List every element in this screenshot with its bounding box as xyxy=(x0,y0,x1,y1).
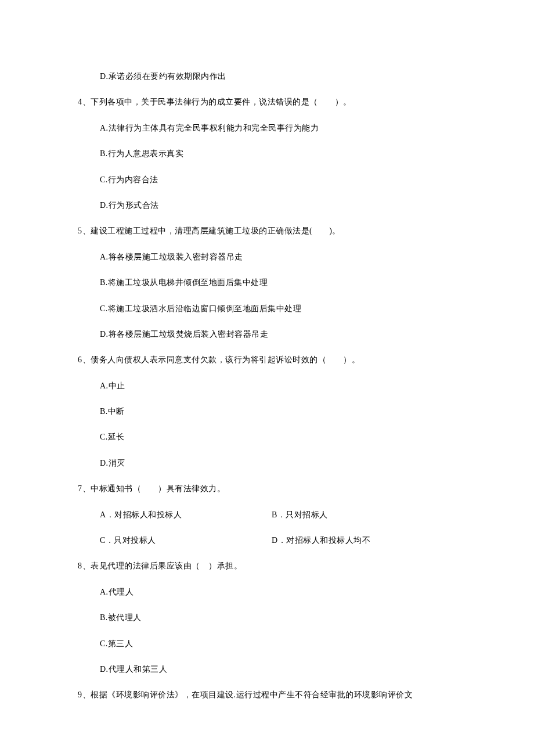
q5-stem: 5、建设工程施工过程中，清理高层建筑施工垃圾的正确做法是( )。 xyxy=(70,218,464,244)
q6-option-a: A.中止 xyxy=(70,373,464,399)
q7-option-b: B．只对招标人 xyxy=(272,509,328,521)
q8-option-a: A.代理人 xyxy=(70,579,464,605)
q5-option-a: A.将各楼层施工垃圾装入密封容器吊走 xyxy=(70,244,464,270)
q4-option-b: B.行为人意思表示真实 xyxy=(70,141,464,167)
q4-option-a: A.法律行为主体具有完全民事权利能力和完全民事行为能力 xyxy=(70,116,464,141)
q7-option-d: D．对招标人和投标人均不 xyxy=(272,534,370,547)
q5-option-b: B.将施工垃圾从电梯井倾倒至地面后集中处理 xyxy=(70,270,464,296)
document-page: D.承诺必须在要约有效期限内作出 4、下列各项中，关于民事法律行为的成立要件，说… xyxy=(0,0,534,743)
q7-option-c: C．只对投标人 xyxy=(100,534,272,547)
q3-option-d: D.承诺必须在要约有效期限内作出 xyxy=(70,64,464,89)
q7-stem: 7、中标通知书（ ）具有法律效力。 xyxy=(70,476,464,502)
q4-option-c: C.行为内容合法 xyxy=(70,167,464,193)
q7-option-a: A．对招标人和投标人 xyxy=(100,509,272,521)
q8-option-d: D.代理人和第三人 xyxy=(70,657,464,682)
q6-option-b: B.中断 xyxy=(70,399,464,424)
q7-option-row-2: C．只对投标人 D．对招标人和投标人均不 xyxy=(70,528,464,553)
q6-option-c: C.延长 xyxy=(70,424,464,450)
q6-stem: 6、债务人向债权人表示同意支付欠款，该行为将引起诉讼时效的（ ）。 xyxy=(70,347,464,373)
q8-stem: 8、表见代理的法律后果应该由（ ）承担。 xyxy=(70,553,464,579)
q8-option-b: B.被代理人 xyxy=(70,605,464,631)
q5-option-c: C.将施工垃圾洒水后沿临边窗口倾倒至地面后集中处理 xyxy=(70,296,464,322)
q4-option-d: D.行为形式合法 xyxy=(70,193,464,218)
q8-option-c: C.第三人 xyxy=(70,631,464,657)
q9-stem: 9、根据《环境影响评价法》，在项目建设.运行过程中产生不符合经审批的环境影响评价… xyxy=(70,682,464,708)
q4-stem: 4、下列各项中，关于民事法律行为的成立要件，说法错误的是（ ）。 xyxy=(70,89,464,115)
q6-option-d: D.消灭 xyxy=(70,451,464,476)
q5-option-d: D.将各楼层施工垃圾焚烧后装入密封容器吊走 xyxy=(70,322,464,347)
q7-option-row-1: A．对招标人和投标人 B．只对招标人 xyxy=(70,502,464,528)
